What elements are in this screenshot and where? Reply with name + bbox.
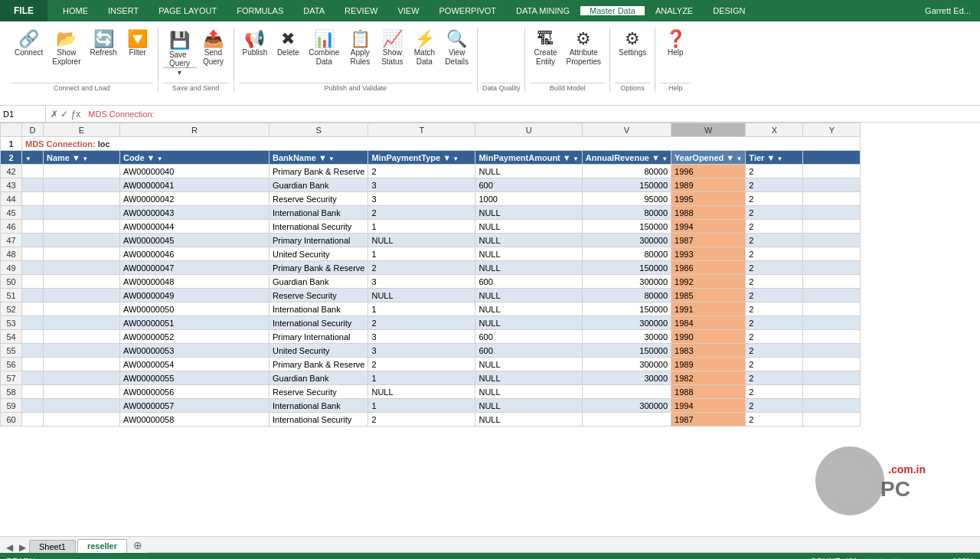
field-header-name[interactable]: Name ▼	[44, 151, 120, 165]
cell-mintype-57[interactable]: 1	[368, 371, 475, 385]
col-t[interactable]: T	[368, 123, 475, 137]
cell-d-56[interactable]	[22, 358, 44, 371]
cell-year-46[interactable]: 1994	[671, 220, 746, 234]
cell-revenue-60[interactable]	[582, 413, 671, 427]
cell-mintype-42[interactable]: 2	[368, 165, 475, 178]
cell-minamount-59[interactable]: NULL	[475, 399, 582, 413]
cell-name-43[interactable]	[44, 178, 120, 192]
name-box[interactable]: D1	[0, 106, 46, 122]
field-header-code[interactable]: Code ▼	[120, 151, 270, 165]
cell-minamount-44[interactable]: 1000	[475, 192, 582, 206]
cell-bank-53[interactable]: International Security	[270, 316, 368, 330]
cell-bank-52[interactable]: International Bank	[270, 302, 368, 316]
ribbon-tab-insert[interactable]: INSERT	[99, 6, 148, 15]
field-header-minpaymenttype[interactable]: MinPaymentType ▼	[368, 151, 475, 165]
cell-revenue-54[interactable]: 30000	[582, 330, 671, 344]
cell-name-50[interactable]	[44, 275, 120, 289]
cell-d-47[interactable]	[22, 234, 44, 247]
field-header-minpaymentamount[interactable]: MinPaymentAmount ▼	[475, 151, 582, 165]
ribbon-tab-data[interactable]: DATA	[294, 6, 334, 15]
cell-mintype-49[interactable]: 2	[368, 261, 475, 275]
cell-name-52[interactable]	[44, 302, 120, 316]
view-layout-icon[interactable]: ▤	[877, 557, 885, 560]
view-normal-icon[interactable]: ▦	[864, 557, 871, 560]
cell-revenue-48[interactable]: 80000	[582, 247, 671, 261]
cell-d-60[interactable]	[22, 413, 44, 427]
ribbon-tab-page-layout[interactable]: PAGE LAYOUT	[149, 6, 226, 15]
cell-tier-59[interactable]: 2	[746, 399, 803, 413]
cell-year-50[interactable]: 1992	[671, 275, 746, 289]
cell-mintype-59[interactable]: 1	[368, 399, 475, 413]
cell-code-47[interactable]: AW00000045	[120, 234, 270, 247]
cell-minamount-54[interactable]: 600	[475, 330, 582, 344]
cell-d-51[interactable]	[22, 289, 44, 302]
cell-year-53[interactable]: 1984	[671, 316, 746, 330]
cell-bank-46[interactable]: International Security	[270, 220, 368, 234]
cell-minamount-46[interactable]: NULL	[475, 220, 582, 234]
cell-minamount-47[interactable]: NULL	[475, 234, 582, 247]
cell-year-47[interactable]: 1987	[671, 234, 746, 247]
cell-d-54[interactable]	[22, 330, 44, 344]
cell-d-46[interactable]	[22, 220, 44, 234]
ribbon-tab-data-mining[interactable]: DATA MINING	[507, 6, 579, 15]
cell-name-46[interactable]	[44, 220, 120, 234]
cell-bank-51[interactable]: Reserve Security	[270, 289, 368, 302]
cell-year-43[interactable]: 1989	[671, 178, 746, 192]
cell-d-42[interactable]	[22, 165, 44, 178]
cell-revenue-47[interactable]: 300000	[582, 234, 671, 247]
cell-year-44[interactable]: 1995	[671, 192, 746, 206]
cell-mintype-56[interactable]: 2	[368, 358, 475, 371]
attribute-properties-button[interactable]: ⚙ AttributeProperties	[562, 29, 605, 68]
cell-tier-54[interactable]: 2	[746, 330, 803, 344]
cell-tier-42[interactable]: 2	[746, 165, 803, 178]
cell-bank-45[interactable]: International Bank	[270, 206, 368, 220]
cell-code-58[interactable]: AW00000056	[120, 385, 270, 399]
cell-code-46[interactable]: AW00000044	[120, 220, 270, 234]
ribbon-tab-formulas[interactable]: FORMULAS	[227, 6, 292, 15]
cell-tier-51[interactable]: 2	[746, 289, 803, 302]
file-tab[interactable]: FILE	[0, 0, 47, 21]
col-y[interactable]: Y	[803, 123, 861, 137]
ribbon-tab-powerpivot[interactable]: POWERPIVOT	[430, 6, 506, 15]
cell-year-51[interactable]: 1985	[671, 289, 746, 302]
cell-code-42[interactable]: AW00000040	[120, 165, 270, 178]
cell-tier-43[interactable]: 2	[746, 178, 803, 192]
cell-bank-50[interactable]: Guardian Bank	[270, 275, 368, 289]
cell-code-54[interactable]: AW00000052	[120, 330, 270, 344]
apply-rules-button[interactable]: 📋 ApplyRules	[345, 29, 375, 68]
cell-code-53[interactable]: AW00000051	[120, 316, 270, 330]
cell-minamount-42[interactable]: NULL	[475, 165, 582, 178]
cell-year-58[interactable]: 1988	[671, 385, 746, 399]
show-explorer-button[interactable]: 📂 ShowExplorer	[48, 29, 84, 68]
cell-year-55[interactable]: 1983	[671, 344, 746, 358]
col-r[interactable]: R	[120, 123, 270, 137]
cell-tier-60[interactable]: 2	[746, 413, 803, 427]
cell-name-45[interactable]	[44, 206, 120, 220]
cell-mintype-54[interactable]: 3	[368, 330, 475, 344]
cell-name-54[interactable]	[44, 330, 120, 344]
cell-name-56[interactable]	[44, 358, 120, 371]
cell-year-54[interactable]: 1990	[671, 330, 746, 344]
match-button[interactable]: ⚡ MatchData	[409, 29, 439, 68]
cell-tier-47[interactable]: 2	[746, 234, 803, 247]
cell-tier-49[interactable]: 2	[746, 261, 803, 275]
cell-tier-57[interactable]: 2	[746, 371, 803, 385]
cell-d-44[interactable]	[22, 192, 44, 206]
cell-year-52[interactable]: 1991	[671, 302, 746, 316]
ribbon-tab-analyze[interactable]: ANALYZE	[646, 6, 702, 15]
cell-d-45[interactable]	[22, 206, 44, 220]
cell-code-56[interactable]: AW00000054	[120, 358, 270, 371]
cell-d-58[interactable]	[22, 385, 44, 399]
cell-d-53[interactable]	[22, 316, 44, 330]
cell-code-48[interactable]: AW00000046	[120, 247, 270, 261]
cell-revenue-49[interactable]: 150000	[582, 261, 671, 275]
cell-mintype-45[interactable]: 2	[368, 206, 475, 220]
cell-tier-58[interactable]: 2	[746, 385, 803, 399]
cell-d-52[interactable]	[22, 302, 44, 316]
cell-bank-59[interactable]: International Bank	[270, 399, 368, 413]
col-d[interactable]: D	[22, 123, 44, 137]
field-header-bankname[interactable]: BankName ▼	[270, 151, 368, 165]
cell-year-45[interactable]: 1988	[671, 206, 746, 220]
cell-tier-53[interactable]: 2	[746, 316, 803, 330]
field-header-yearopened[interactable]: YearOpened ▼	[671, 151, 746, 165]
